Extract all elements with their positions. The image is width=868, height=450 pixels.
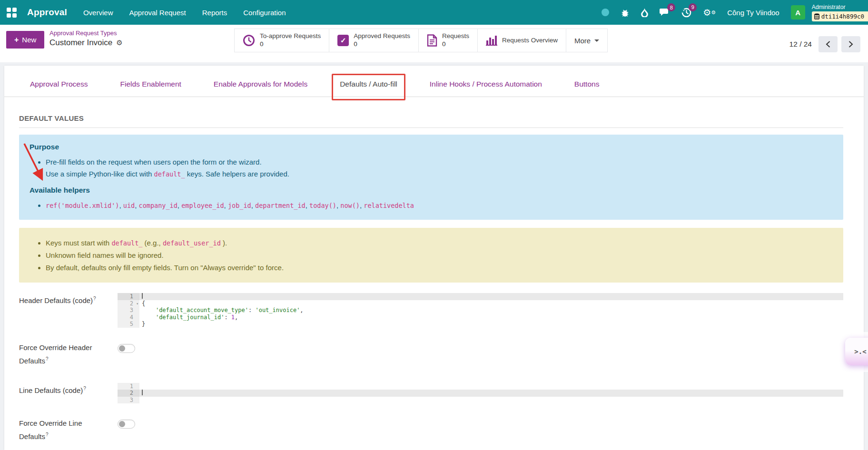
tab-defaults-auto-fill[interactable]: Defaults / Auto-fill xyxy=(340,80,397,88)
pager-previous-button[interactable] xyxy=(819,36,838,52)
force-override-line-row: Force Override Line Defaults? xyxy=(19,418,843,442)
stat-button-requests[interactable]: Requests0 xyxy=(418,29,477,52)
stat-button-approved[interactable]: ✓ Approved Requests0 xyxy=(329,29,418,52)
menu-reports[interactable]: Reports xyxy=(202,9,227,17)
bug-icon[interactable] xyxy=(621,8,630,17)
purpose-bullet-1: Pre-fill fields on the request when user… xyxy=(46,156,833,168)
actions-gear-icon[interactable]: ⚙ xyxy=(116,39,122,47)
stat-button-to-approve[interactable]: To-approve Requests0 xyxy=(235,29,329,52)
page: Approval Overview Approval Request Repor… xyxy=(0,0,868,450)
chatbot-widget-button[interactable]: >.< xyxy=(845,338,868,365)
chevron-down-icon xyxy=(594,39,599,42)
database-icon xyxy=(814,13,819,20)
code-line xyxy=(139,390,843,397)
helpers-heading: Available helpers xyxy=(30,186,833,195)
editor-gutter: 1 2▾ 3 4 5 xyxy=(118,293,139,328)
menu-overview[interactable]: Overview xyxy=(83,9,113,17)
menu-configuration[interactable]: Configuration xyxy=(243,9,286,17)
user-block[interactable]: Administrator dti1i4h899c0 xyxy=(812,4,868,21)
force-override-header-row: Force Override Header Defaults? xyxy=(19,342,843,367)
new-button[interactable]: + New xyxy=(6,31,44,49)
nav-menus: Overview Approval Request Reports Config… xyxy=(83,9,286,17)
pager-next-button[interactable] xyxy=(841,36,860,52)
editor-gutter: 1 2 3 xyxy=(118,383,139,404)
help-icon[interactable]: ? xyxy=(46,432,49,437)
settings-gears-icon[interactable]: ⚙⚙ xyxy=(703,8,716,17)
force-override-line-label: Force Override Line Defaults? xyxy=(19,418,99,442)
help-icon[interactable]: ? xyxy=(83,386,86,391)
tab-enable-approvals-for-models[interactable]: Enable Approvals for Models xyxy=(214,80,307,88)
code-line: } xyxy=(139,321,843,328)
editor-code-area[interactable] xyxy=(139,383,843,404)
avatar[interactable]: A xyxy=(791,5,805,20)
toggle-knob xyxy=(119,421,125,427)
code-line: 'default_account_move_type': 'out_invoic… xyxy=(139,307,843,314)
purpose-heading: Purpose xyxy=(30,143,833,151)
helpers-bullet: ref('module.xmlid'), uid, company_id, em… xyxy=(46,199,833,212)
rules-warning-panel: Keys must start with default_ (e.g., def… xyxy=(19,228,843,283)
code-line: { xyxy=(139,300,843,307)
text-cursor xyxy=(142,390,143,395)
breadcrumb: Approval Request Types Customer Invoice … xyxy=(49,29,123,48)
rules-bullet-1: Keys must start with default_ (e.g., def… xyxy=(46,237,833,249)
chevron-right-icon xyxy=(848,40,854,48)
plus-icon: + xyxy=(14,36,19,44)
user-name: Administrator xyxy=(812,4,846,10)
rules-bullet-2: Unknown field names will be ignored. xyxy=(46,249,833,262)
force-override-header-label: Force Override Header Defaults? xyxy=(19,342,99,367)
header-defaults-label: Header Defaults (code)? xyxy=(19,293,99,306)
activities-clock-icon[interactable]: 9 xyxy=(681,8,691,18)
editor-code-area[interactable]: { 'default_account_move_type': 'out_invo… xyxy=(139,293,843,328)
presence-dot-icon xyxy=(602,9,609,16)
purpose-info-panel: Purpose Pre-fill fields on the request w… xyxy=(19,135,843,220)
section-title: DEFAULT VALUES xyxy=(19,114,843,128)
tab-approval-process[interactable]: Approval Process xyxy=(30,80,88,88)
code-line xyxy=(139,293,843,300)
more-button[interactable]: More xyxy=(566,29,607,52)
content-background: Approval Process Fields Enablement Enabl… xyxy=(0,62,868,450)
rules-bullet-3: By default, defaults only fill empty fie… xyxy=(46,262,833,274)
toggle-knob xyxy=(119,345,125,352)
pager-value: 12 / 24 xyxy=(789,40,812,49)
apps-grid-icon[interactable] xyxy=(7,8,17,18)
bar-chart-icon xyxy=(486,35,497,46)
top-navbar: Approval Overview Approval Request Repor… xyxy=(0,0,868,25)
purpose-bullet-2: Use a simple Python-like dict with defau… xyxy=(46,168,833,180)
water-drop-icon[interactable] xyxy=(641,8,648,17)
breadcrumb-parent-link[interactable]: Approval Request Types xyxy=(49,29,123,37)
line-defaults-code-editor[interactable]: 1 2 3 xyxy=(118,383,843,404)
pager: 12 / 24 xyxy=(789,36,860,52)
force-override-line-toggle[interactable] xyxy=(118,420,135,429)
text-cursor xyxy=(142,293,143,299)
line-defaults-label: Line Defaults (code)? xyxy=(19,383,99,396)
company-switcher[interactable]: Công Ty Viindoo xyxy=(727,9,779,17)
messages-badge: 8 xyxy=(667,3,675,11)
form-sheet: Approval Process Fields Enablement Enabl… xyxy=(4,66,864,450)
document-icon xyxy=(427,34,437,47)
tab-buttons[interactable]: Buttons xyxy=(574,80,600,88)
force-override-header-toggle[interactable] xyxy=(118,344,135,353)
notebook-tabs: Approval Process Fields Enablement Enabl… xyxy=(4,66,864,97)
code-line xyxy=(139,383,843,390)
stat-button-group: To-approve Requests0 ✓ Approved Requests… xyxy=(234,29,608,52)
app-name[interactable]: Approval xyxy=(27,7,67,18)
stat-button-requests-overview[interactable]: Requests Overview xyxy=(477,29,566,52)
fold-caret-icon[interactable]: ▾ xyxy=(136,301,138,308)
header-defaults-row: Header Defaults (code)? 1 2▾ 3 4 5 { xyxy=(19,293,843,328)
line-defaults-row: Line Defaults (code)? 1 2 3 xyxy=(19,383,843,404)
check-icon: ✓ xyxy=(337,35,349,46)
tab-fields-enablement[interactable]: Fields Enablement xyxy=(120,80,181,88)
chevron-left-icon xyxy=(825,40,831,48)
activities-badge: 9 xyxy=(689,3,697,11)
tab-inline-hooks[interactable]: Inline Hooks / Process Automation xyxy=(430,80,542,88)
messages-icon[interactable]: 8 xyxy=(660,8,670,17)
database-badge: dti1i4h899c0 xyxy=(812,11,868,21)
header-defaults-code-editor[interactable]: 1 2▾ 3 4 5 { 'default_account_move_type'… xyxy=(118,293,843,328)
code-line: 'default_journal_id': 1, xyxy=(139,314,843,321)
record-title: Customer Invoice xyxy=(49,38,112,48)
clock-icon xyxy=(243,34,255,47)
help-icon[interactable]: ? xyxy=(46,356,49,362)
help-icon[interactable]: ? xyxy=(93,296,96,301)
menu-approval-request[interactable]: Approval Request xyxy=(129,9,186,17)
database-name: dti1i4h899c0 xyxy=(821,13,864,20)
